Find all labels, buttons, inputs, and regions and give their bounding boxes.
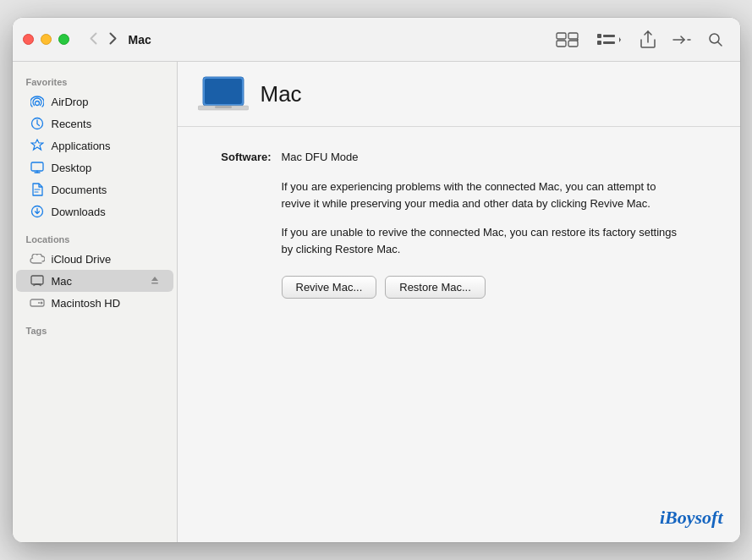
- svg-point-9: [35, 102, 39, 106]
- sidebar-item-label-applications: Applications: [52, 140, 111, 152]
- icloud-icon: [30, 251, 45, 266]
- svg-rect-21: [215, 106, 232, 108]
- svg-point-8: [710, 34, 719, 43]
- window-title: Mac: [129, 33, 549, 47]
- downloads-icon: [30, 204, 45, 219]
- description-text-2: If you are unable to revive the connecte…: [282, 224, 688, 258]
- content-title: Mac: [261, 81, 302, 107]
- sidebar-item-label-icloud: iCloud Drive: [52, 253, 112, 266]
- svg-rect-1: [568, 33, 578, 39]
- sidebar-section-tags: Tags: [13, 321, 177, 339]
- svg-rect-19: [205, 79, 242, 104]
- share-button[interactable]: [634, 27, 662, 52]
- svg-rect-7: [603, 41, 615, 44]
- forward-button[interactable]: [104, 29, 122, 51]
- sidebar-section-favorites: Favorites: [13, 72, 177, 91]
- description-text-1: If you are experiencing problems with th…: [282, 178, 688, 212]
- svg-rect-3: [568, 41, 578, 47]
- sidebar-item-airdrop[interactable]: AirDrop: [16, 91, 173, 113]
- svg-point-17: [38, 302, 40, 304]
- svg-rect-11: [31, 162, 43, 171]
- macintosh-hd-icon: [30, 295, 45, 310]
- iboysoft-text: iBoysoft: [660, 507, 723, 528]
- sidebar-item-desktop[interactable]: Desktop: [16, 156, 173, 178]
- software-row: Software: Mac DFU Mode: [208, 151, 710, 163]
- sidebar-item-applications[interactable]: Applications: [16, 135, 173, 156]
- restore-mac-button[interactable]: Restore Mac...: [385, 276, 486, 299]
- list-view-button[interactable]: [590, 29, 630, 51]
- mac-icon: [30, 273, 45, 288]
- more-button[interactable]: [666, 30, 698, 49]
- sidebar: Favorites AirDrop: [13, 62, 178, 542]
- sidebar-item-label-recents: Recents: [52, 118, 92, 130]
- svg-rect-0: [557, 33, 566, 39]
- airdrop-icon: [30, 94, 45, 109]
- recents-icon: [30, 116, 45, 131]
- content-body: Software: Mac DFU Mode If you are experi…: [178, 127, 740, 542]
- sidebar-section-locations: Locations: [13, 229, 177, 248]
- svg-point-16: [40, 302, 42, 305]
- description-block: If you are experiencing problems with th…: [282, 178, 710, 259]
- search-button[interactable]: [701, 29, 730, 51]
- sidebar-item-label-desktop: Desktop: [52, 162, 92, 174]
- desktop-icon: [30, 160, 45, 175]
- toolbar-actions: [549, 27, 730, 52]
- sidebar-item-label-mac: Mac: [52, 275, 73, 288]
- titlebar: Mac: [13, 18, 740, 62]
- software-value: Mac DFU Mode: [282, 151, 359, 163]
- main-area: Favorites AirDrop: [13, 62, 740, 542]
- traffic-lights: [23, 34, 69, 45]
- documents-icon: [30, 182, 45, 197]
- sidebar-item-icloud[interactable]: iCloud Drive: [16, 248, 173, 270]
- mac-laptop-icon: [198, 74, 249, 114]
- eject-icon[interactable]: [150, 275, 160, 288]
- nav-buttons: [85, 29, 122, 51]
- minimize-button[interactable]: [41, 34, 52, 45]
- sidebar-item-macintosh-hd[interactable]: Macintosh HD: [16, 292, 173, 314]
- svg-rect-4: [597, 34, 601, 38]
- sidebar-item-recents[interactable]: Recents: [16, 113, 173, 135]
- sidebar-item-label-documents: Documents: [52, 184, 107, 196]
- applications-icon: [30, 138, 45, 153]
- svg-rect-5: [603, 35, 615, 37]
- sidebar-item-label-airdrop: AirDrop: [52, 96, 89, 108]
- content-header: Mac: [178, 62, 740, 127]
- close-button[interactable]: [23, 34, 34, 45]
- sidebar-item-label-downloads: Downloads: [52, 206, 106, 218]
- software-label: Software:: [208, 151, 272, 163]
- iboysoft-watermark: iBoysoft: [660, 507, 723, 529]
- svg-rect-2: [557, 41, 566, 47]
- sidebar-item-mac[interactable]: Mac: [16, 270, 173, 292]
- back-button[interactable]: [85, 29, 102, 51]
- svg-rect-6: [597, 41, 601, 45]
- content-area: Mac Software: Mac DFU Mode If you are ex…: [178, 62, 740, 542]
- sidebar-item-documents[interactable]: Documents: [16, 178, 173, 200]
- sidebar-item-downloads[interactable]: Downloads: [16, 200, 173, 222]
- maximize-button[interactable]: [58, 34, 69, 45]
- action-buttons: Revive Mac... Restore Mac...: [282, 276, 710, 299]
- finder-window: Mac: [13, 18, 740, 542]
- svg-rect-13: [31, 276, 43, 284]
- svg-rect-14: [151, 283, 158, 284]
- icon-view-button[interactable]: [549, 29, 586, 51]
- sidebar-item-label-macintosh-hd: Macintosh HD: [52, 297, 121, 310]
- revive-mac-button[interactable]: Revive Mac...: [282, 276, 377, 299]
